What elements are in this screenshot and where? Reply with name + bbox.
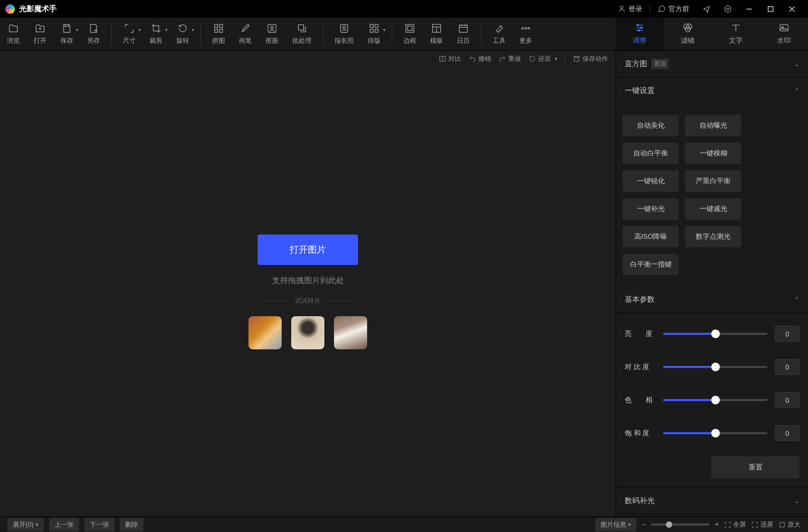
svg-rect-19 <box>406 24 414 32</box>
next-button[interactable]: 下一张 <box>84 518 114 531</box>
filter-icon <box>682 22 693 33</box>
reset-button[interactable]: 重置 <box>711 456 799 479</box>
digitalreduce-header[interactable]: 数码减光⌄ <box>616 514 808 517</box>
slider-value-3[interactable] <box>775 425 799 441</box>
saveaction-button[interactable]: 保存动作 <box>573 54 608 64</box>
chevron-down-icon: ⌄ <box>794 60 799 68</box>
slider-2[interactable] <box>663 399 767 401</box>
cutout-icon <box>267 23 277 34</box>
imageinfo-button[interactable]: 图片信息▾ <box>595 518 636 531</box>
rotate-icon <box>177 23 188 34</box>
settings-button[interactable] <box>717 0 739 18</box>
cutout-button[interactable]: 抠图 <box>259 18 285 50</box>
quickset-header[interactable]: 一键设置 ⌃ <box>616 77 808 104</box>
expand-button[interactable]: 展开(0)▾ <box>7 518 44 531</box>
histogram-header[interactable]: 直方图置顶 ⌄ <box>616 51 808 77</box>
template-button[interactable]: 模板 <box>423 18 450 50</box>
login-button[interactable]: 登录 <box>611 0 649 18</box>
saveaction-icon <box>573 55 580 62</box>
batch-button[interactable]: 批处理 <box>285 18 318 50</box>
minimize-icon <box>746 6 752 12</box>
svg-rect-9 <box>220 29 223 32</box>
rotate-button[interactable]: 旋转▾ <box>169 18 196 50</box>
share-icon <box>702 5 711 13</box>
sample-image-1[interactable] <box>248 316 282 349</box>
open-button[interactable]: 打开 <box>27 18 53 50</box>
slider-value-2[interactable] <box>775 392 799 408</box>
original-button[interactable]: 原大 <box>779 520 801 529</box>
idphoto-icon <box>339 23 349 34</box>
size-button[interactable]: 尺寸▾ <box>116 18 143 50</box>
quickset-btn-4[interactable]: 一键锐化 <box>623 170 679 192</box>
quickset-btn-0[interactable]: 自动美化 <box>623 115 679 136</box>
sample-image-2[interactable] <box>291 316 324 349</box>
tab-filter[interactable]: 滤镜 <box>664 18 712 50</box>
svg-point-14 <box>343 26 346 28</box>
redo-button[interactable]: 重做 <box>499 54 521 64</box>
tools-button[interactable]: 工具 <box>486 18 512 50</box>
quickset-btn-10[interactable]: 白平衡一指键 <box>623 254 679 275</box>
text-icon <box>731 22 741 33</box>
quickset-btn-9[interactable]: 数字点测光 <box>685 226 741 247</box>
delete-button[interactable]: 删除 <box>120 518 143 531</box>
close-button[interactable] <box>781 0 803 18</box>
quickset-btn-8[interactable]: 高ISO降噪 <box>623 226 679 247</box>
slider-value-0[interactable] <box>775 326 799 342</box>
quickset-btn-5[interactable]: 严重白平衡 <box>685 170 741 192</box>
user-icon <box>618 5 626 13</box>
idphoto-button[interactable]: 报名照 <box>328 18 361 50</box>
save-button[interactable]: 保存▾ <box>53 18 80 50</box>
prev-button[interactable]: 上一张 <box>49 518 79 531</box>
open-image-button[interactable]: 打开图片 <box>258 234 358 265</box>
quickset-btn-3[interactable]: 一键模糊 <box>685 143 741 164</box>
maximize-button[interactable] <box>760 0 781 18</box>
digitalfill-header[interactable]: 数码补光⌄ <box>616 488 808 514</box>
slider-0[interactable] <box>663 333 767 335</box>
collage-button[interactable]: 拼图 <box>205 18 232 50</box>
browse-button[interactable]: 浏览 <box>0 18 27 50</box>
slider-value-1[interactable] <box>775 359 799 375</box>
fullscreen-button[interactable]: 全屏 <box>724 520 746 529</box>
minimize-button[interactable] <box>739 0 760 18</box>
svg-rect-47 <box>780 522 784 527</box>
slider-3[interactable] <box>663 432 767 434</box>
zoom-out-button[interactable]: − <box>642 521 646 528</box>
quickset-btn-1[interactable]: 自动曝光 <box>685 115 741 136</box>
size-icon <box>124 23 135 34</box>
calendar-icon <box>458 23 469 34</box>
group-button[interactable]: 官方群 <box>651 0 696 18</box>
slider-label: 亮 度 <box>625 329 656 339</box>
sliders-icon <box>634 22 645 33</box>
slider-label: 对 比 度 <box>625 362 656 372</box>
fit-button[interactable]: 适屏 <box>751 520 773 529</box>
crop-button[interactable]: 裁剪▾ <box>143 18 169 50</box>
svg-point-30 <box>528 27 530 29</box>
tab-watermark[interactable]: 水印 <box>760 18 808 50</box>
zoom-slider[interactable] <box>651 523 710 526</box>
svg-rect-46 <box>574 56 579 61</box>
quickset-btn-2[interactable]: 自动白平衡 <box>623 143 679 164</box>
compare-button[interactable]: 对比 <box>439 54 461 64</box>
main-toolbar: 浏览 打开 保存▾ 另存 尺寸▾ 裁剪▾ 旋转▾ 拼图 画笔 抠图 批处理 报名… <box>0 18 808 51</box>
tab-text[interactable]: 文字 <box>712 18 760 50</box>
share-button[interactable] <box>696 0 717 18</box>
more-button[interactable]: 更多 <box>512 18 539 50</box>
pin-badge[interactable]: 置顶 <box>651 59 669 69</box>
brush-button[interactable]: 画笔 <box>232 18 259 50</box>
slider-1[interactable] <box>663 366 767 368</box>
restore-button[interactable]: 还原▾ <box>529 54 557 64</box>
layout-button[interactable]: 排版▾ <box>361 18 387 50</box>
zoom-in-button[interactable]: + <box>715 521 719 528</box>
drag-hint: 支持拖拽图片到此处 <box>272 276 344 286</box>
svg-point-29 <box>525 27 526 29</box>
calendar-button[interactable]: 日历 <box>450 18 477 50</box>
quickset-btn-6[interactable]: 一键补光 <box>623 198 679 220</box>
undo-button[interactable]: 撤销 <box>469 54 491 64</box>
quickset-btn-7[interactable]: 一键减光 <box>685 198 741 220</box>
border-button[interactable]: 边框 <box>397 18 423 50</box>
sample-image-3[interactable] <box>334 316 367 349</box>
basic-header[interactable]: 基本参数 ⌃ <box>616 286 808 313</box>
saveas-button[interactable]: 另存 <box>80 18 107 50</box>
tab-adjust[interactable]: 调整 <box>616 18 664 50</box>
svg-rect-3 <box>768 6 773 11</box>
